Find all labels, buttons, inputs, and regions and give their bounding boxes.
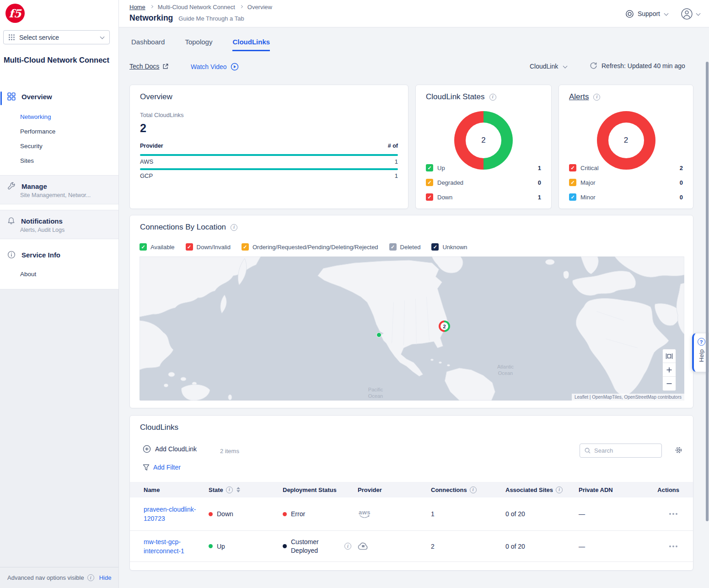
info-icon[interactable] [344, 543, 351, 550]
sidebar-item-manage[interactable]: Manage Site Management, Networ... [0, 175, 118, 204]
row-actions-button[interactable] [667, 511, 679, 517]
wrench-icon [7, 182, 16, 190]
breadcrumb-home[interactable]: Home [129, 4, 145, 11]
info-icon[interactable] [470, 486, 477, 493]
f5-logo[interactable]: f5 [5, 4, 25, 23]
add-filter-button[interactable]: Add Filter [143, 464, 181, 471]
sidebar-item-notifications[interactable]: Notifications Alerts, Audit Logs [0, 210, 118, 239]
map-fit-bounds-button[interactable] [663, 349, 676, 363]
info-icon[interactable] [489, 94, 496, 101]
map-attribution[interactable]: Leaflet | OpenMapTiles, OpenStreetMap co… [572, 394, 684, 401]
total-cloudlinks-value: 2 [140, 122, 146, 135]
overview-card: Overview Total CloudLinks 2 Provider # o… [129, 85, 408, 209]
sidebar-item-about[interactable]: About [20, 271, 36, 278]
map-marker-west[interactable] [376, 332, 381, 337]
checkbox-up[interactable] [426, 164, 433, 171]
add-cloudlink-label: Add CloudLink [155, 445, 197, 453]
cloudlink-name-link[interactable]: praveen-cloudlink-120723 [144, 505, 198, 523]
service-selector[interactable]: Select service [3, 30, 110, 44]
col-header-state[interactable]: State [209, 486, 283, 493]
sidebar-item-security[interactable]: Security [20, 143, 43, 150]
checkbox-ordering[interactable] [242, 243, 249, 251]
row-actions-button[interactable] [667, 544, 679, 549]
breadcrumb: Home Multi-Cloud Network Connect Overvie… [129, 4, 272, 11]
add-cloudlink-button[interactable]: Add CloudLink [143, 445, 197, 453]
sidebar-item-sublabel: Alerts, Audit Logs [0, 225, 118, 239]
deployment-customer-dot [283, 544, 287, 548]
tab-dashboard[interactable]: Dashboard [131, 38, 165, 51]
filter-available[interactable]: Available [140, 243, 175, 251]
map-zoom-in-button[interactable] [663, 363, 676, 377]
watch-video-link[interactable]: Watch Video [191, 63, 239, 71]
refresh-button[interactable]: Refresh: Updated 40 min ago [590, 62, 685, 69]
private-adn-value: — [579, 510, 585, 518]
legend-item-up[interactable]: Up 1 [426, 164, 541, 172]
table-settings-button[interactable] [674, 446, 683, 454]
provider-count: 1 [395, 172, 398, 179]
support-menu[interactable]: Support [625, 10, 669, 18]
connections-by-location-card: Connections By Location Available Down/I… [129, 215, 693, 408]
checkbox-unknown[interactable] [431, 243, 439, 251]
sidebar-item-service-info[interactable]: Service Info [0, 251, 118, 259]
scope-selector[interactable]: CloudLink [530, 63, 568, 70]
page-scrollbar[interactable] [706, 62, 709, 521]
checkbox-down[interactable] [426, 193, 433, 201]
provider-bar-aws [140, 154, 398, 156]
map-zoom-out-button[interactable] [663, 377, 676, 390]
tech-docs-label: Tech Docs [129, 63, 159, 70]
tech-docs-link[interactable]: Tech Docs [129, 63, 169, 70]
breadcrumb-mcn[interactable]: Multi-Cloud Network Connect [158, 4, 235, 11]
legend-item-critical[interactable]: Critical 2 [569, 164, 683, 172]
table-search[interactable] [580, 444, 662, 458]
aws-logo: aws [358, 510, 371, 519]
filter-ordering[interactable]: Ordering/Requested/Pending/Deleting/Reje… [242, 243, 378, 251]
filter-label: Available [150, 244, 175, 251]
filter-deleted[interactable]: Deleted [389, 243, 421, 251]
cloudlink-name-link[interactable]: mw-test-gcp-interconnect-1 [144, 537, 198, 556]
info-circle-icon [7, 251, 16, 259]
checkbox-critical[interactable] [569, 164, 576, 171]
map-filters: Available Down/Invalid Ordering/Requeste… [140, 243, 467, 251]
col-header-associated-sites: Associated Sites [505, 486, 579, 493]
gear-icon [674, 446, 683, 454]
info-icon[interactable] [226, 486, 233, 493]
tab-topology[interactable]: Topology [185, 38, 212, 51]
checkbox-degraded[interactable] [426, 179, 433, 186]
map-landmass [140, 257, 684, 401]
legend-item-down[interactable]: Down 1 [426, 193, 541, 201]
sidebar-item-performance[interactable]: Performance [20, 128, 55, 135]
checkbox-deleted[interactable] [389, 243, 397, 251]
guide-me-link[interactable]: Guide Me Through a Tab [178, 15, 244, 22]
cloudlink-states-title: CloudLink States [426, 92, 485, 102]
cluster-count: 2 [440, 322, 448, 330]
info-icon[interactable] [593, 94, 600, 101]
tab-cloudlinks[interactable]: CloudLinks [232, 38, 270, 51]
legend-item-minor[interactable]: Minor 0 [569, 193, 683, 201]
info-icon[interactable] [87, 574, 94, 581]
search-input[interactable] [594, 447, 654, 454]
sidebar-item-sites[interactable]: Sites [20, 157, 34, 164]
info-icon[interactable] [231, 224, 237, 231]
connections-value: 2 [431, 543, 435, 550]
checkbox-minor[interactable] [569, 193, 576, 201]
user-menu[interactable] [681, 8, 701, 20]
checkbox-available[interactable] [140, 243, 147, 251]
checkbox-major[interactable] [569, 179, 576, 186]
filter-unknown[interactable]: Unknown [431, 243, 467, 251]
col-header-deployment: Deployment Status [283, 486, 358, 493]
map-marker-cluster[interactable]: 2 [439, 321, 450, 332]
hide-link[interactable]: Hide [99, 574, 112, 581]
alerts-title-link[interactable]: Alerts [569, 92, 589, 102]
sidebar-item-overview[interactable]: Overview [0, 92, 118, 101]
world-map[interactable]: Atlantic Ocean Pacific Ocean 2 [140, 257, 684, 401]
legend-item-degraded[interactable]: Degraded 0 [426, 178, 541, 187]
info-icon[interactable] [556, 486, 563, 493]
connections-title: Connections By Location [140, 223, 226, 232]
sidebar-item-networking[interactable]: Networking [20, 113, 51, 120]
checkbox-down-invalid[interactable] [186, 243, 193, 251]
filter-down-invalid[interactable]: Down/Invalid [186, 243, 231, 251]
gcp-cloud-icon [358, 542, 369, 550]
sort-icon[interactable] [236, 487, 240, 492]
bell-icon [7, 217, 15, 225]
legend-item-major[interactable]: Major 0 [569, 178, 683, 187]
